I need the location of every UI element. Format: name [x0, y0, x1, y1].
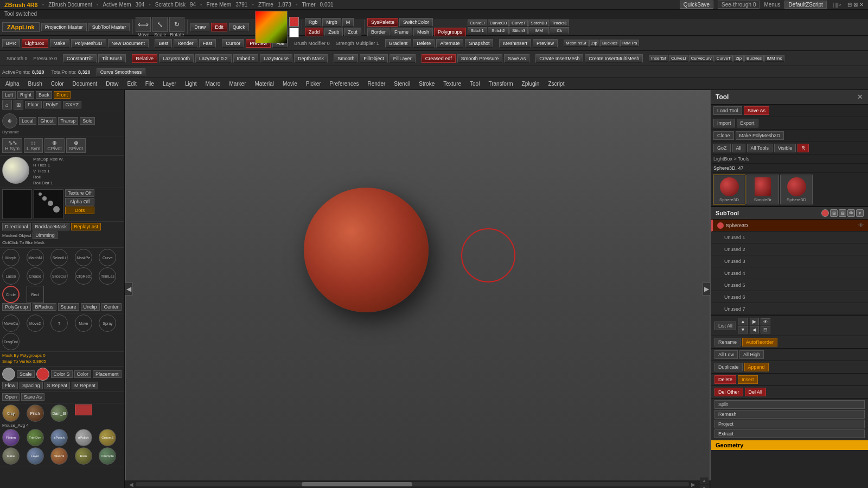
- cpivot-btn[interactable]: ⊕ CPivot: [44, 138, 65, 153]
- backface-btn[interactable]: BackfaceMask: [33, 223, 70, 230]
- m-button[interactable]: M: [342, 18, 354, 27]
- all-low-btn[interactable]: All Low: [714, 350, 738, 359]
- curve-smoothness-btn[interactable]: Curve Smoothness: [97, 68, 146, 76]
- grooms-icon[interactable]: GroomS: [99, 429, 116, 446]
- filllayer-button[interactable]: FillLayer: [390, 54, 416, 63]
- trimdyn-icon[interactable]: TrimDyn: [27, 429, 44, 446]
- syspalette-button[interactable]: SysPalette: [367, 18, 398, 27]
- spolish-icon[interactable]: sPolish: [50, 429, 68, 446]
- move-stroke-icon[interactable]: Move: [75, 314, 92, 332]
- background-color[interactable]: [289, 28, 299, 37]
- del-other-btn[interactable]: Del Other: [714, 388, 743, 396]
- right-view-btn[interactable]: Right: [17, 91, 34, 99]
- all-btn[interactable]: All: [732, 144, 745, 152]
- buckles-btn[interactable]: Buckles: [600, 40, 620, 47]
- back-view-btn[interactable]: Back: [36, 91, 52, 99]
- frame-button[interactable]: Frame: [391, 28, 412, 36]
- menu-macro[interactable]: Macro: [202, 80, 224, 88]
- lazy-smooth-button[interactable]: LazySmooth: [159, 54, 194, 63]
- scroll-right-arrow[interactable]: ▶: [689, 481, 698, 487]
- relative-button[interactable]: Relative: [132, 54, 157, 63]
- best-render-button[interactable]: Best: [155, 39, 172, 48]
- circle-icon[interactable]: Circle: [2, 286, 20, 303]
- zcut-button[interactable]: Zcut: [344, 28, 361, 36]
- texture-off-btn[interactable]: Texture Off: [65, 189, 94, 197]
- alternate-button[interactable]: Alternate: [436, 39, 463, 48]
- menu-tool[interactable]: Tool: [467, 80, 483, 88]
- menu-material[interactable]: Material: [252, 80, 278, 88]
- cursor-button[interactable]: Cursor: [222, 39, 244, 48]
- morph-icon[interactable]: Morph: [2, 249, 20, 266]
- polymesh3d-button[interactable]: PolyMesh3D: [71, 39, 106, 48]
- split-btn[interactable]: Split: [714, 400, 865, 409]
- scale-icon-left[interactable]: [2, 368, 15, 381]
- imbed-button[interactable]: Imbed 0: [233, 54, 259, 63]
- matchm-icon[interactable]: MatchM: [27, 249, 44, 266]
- subtool-expand-btn[interactable]: ▼: [856, 209, 864, 217]
- selectl-icon[interactable]: SelectLi: [50, 249, 68, 266]
- edit-button[interactable]: Edit: [211, 23, 227, 31]
- imm-zip-btn[interactable]: Zip: [733, 55, 744, 62]
- scroll-up-down[interactable]: ▲ ▼: [700, 477, 709, 489]
- spivot-btn[interactable]: ⊛ SPivot: [66, 138, 86, 153]
- zip-btn[interactable]: Zip: [589, 40, 599, 47]
- stitch1-btn[interactable]: Stitch1: [468, 27, 487, 34]
- delete-button[interactable]: Delete: [413, 39, 435, 48]
- replay-btn[interactable]: ReplayLast: [71, 223, 101, 230]
- dots-btn[interactable]: Dots: [65, 207, 94, 214]
- menu-document[interactable]: Document: [69, 80, 101, 88]
- duplicate-btn[interactable]: Duplicate: [714, 363, 743, 371]
- unclip-btn[interactable]: Unclip: [81, 303, 100, 311]
- border-button[interactable]: Border: [367, 28, 390, 36]
- layer-icon[interactable]: Layer: [27, 447, 44, 465]
- subtool-chain-btn[interactable]: ⊞: [830, 209, 838, 217]
- menu-light[interactable]: Light: [182, 80, 200, 88]
- preview-mesh-btn[interactable]: Preview: [533, 39, 558, 48]
- visible-btn[interactable]: Visible: [774, 144, 796, 152]
- autoreorder-btn[interactable]: AutoReorder: [742, 338, 777, 346]
- menu-brush[interactable]: Brush: [25, 80, 46, 88]
- polygroups-button[interactable]: Polygroups: [434, 28, 466, 36]
- imm-pa-btn[interactable]: IMM Pa: [620, 40, 640, 47]
- dragdot-icon[interactable]: DragDot: [2, 333, 20, 350]
- left-collapse-arrow[interactable]: ◀: [125, 282, 133, 296]
- render-button[interactable]: Render: [174, 39, 197, 48]
- append-btn[interactable]: Append: [744, 363, 769, 371]
- smooth-pressure-button[interactable]: Smooth Pressure: [457, 54, 503, 63]
- curvecurv-btn[interactable]: CurveCu: [488, 20, 509, 27]
- subtool-item-unused3[interactable]: Unused 3: [711, 255, 868, 267]
- alpha-off-btn[interactable]: Alpha Off: [65, 198, 94, 206]
- move2-icon[interactable]: Move2: [27, 314, 44, 332]
- lasso-icon[interactable]: Lasso: [2, 267, 20, 285]
- mesh-button[interactable]: Mesh: [413, 28, 433, 36]
- dimming-btn[interactable]: Dimming: [33, 232, 58, 239]
- remesh-btn[interactable]: Remesh: [714, 410, 865, 419]
- movecu-icon[interactable]: MoveCu: [2, 314, 20, 332]
- canvas-scrollbar[interactable]: ◀ ▶ ▲ ▼: [125, 480, 711, 488]
- view-icon2[interactable]: ⊞: [14, 100, 23, 110]
- projection-master-button[interactable]: Projection Master: [41, 23, 87, 31]
- zadd-button[interactable]: Zadd: [305, 28, 324, 36]
- spacing-btn[interactable]: Spacing: [20, 382, 43, 389]
- ram-icon[interactable]: Ram: [75, 447, 92, 465]
- curvet2-btn[interactable]: CurveT: [714, 55, 733, 62]
- center-btn[interactable]: Center: [101, 303, 122, 311]
- subtool-item-unused5[interactable]: Unused 5: [711, 279, 868, 291]
- scale-color-btn[interactable]: Scale: [17, 370, 35, 378]
- subtool-item-sphere3d[interactable]: Sphere3D 👁: [711, 220, 868, 232]
- menu-layer[interactable]: Layer: [159, 80, 180, 88]
- subtool-hide-btn[interactable]: ⊟: [761, 326, 770, 333]
- local-btn[interactable]: Local: [19, 117, 36, 125]
- bpr-button[interactable]: BPR: [2, 39, 20, 48]
- export-btn[interactable]: Export: [737, 119, 758, 127]
- menu-draw[interactable]: Draw: [103, 80, 122, 88]
- switchcolor-button[interactable]: SwitchColor: [399, 18, 433, 27]
- all-high-btn[interactable]: All High: [739, 350, 764, 359]
- fillobject-button[interactable]: FillObject: [360, 54, 388, 63]
- menu-preferences[interactable]: Preferences: [327, 80, 362, 88]
- subtool-master-button[interactable]: SubTool Master: [88, 23, 130, 31]
- solo-btn[interactable]: Solo: [80, 117, 95, 125]
- brush-texture-preview[interactable]: [2, 189, 32, 219]
- slicecur-icon[interactable]: SliceCur: [50, 267, 68, 285]
- ck-btn[interactable]: Ck: [550, 27, 569, 34]
